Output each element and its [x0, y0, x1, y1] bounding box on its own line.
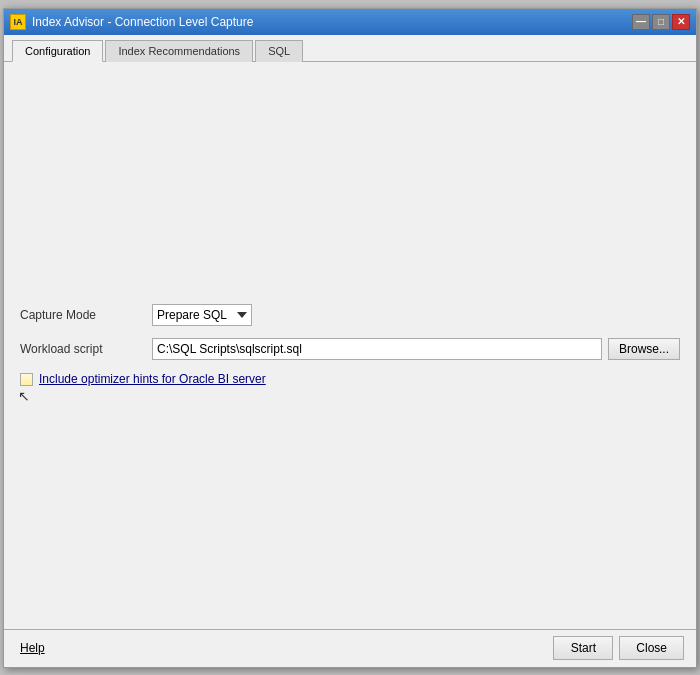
tab-sql[interactable]: SQL — [255, 40, 303, 62]
workload-script-control-group: Browse... — [152, 338, 680, 360]
workload-script-row: Workload script Browse... — [20, 338, 680, 360]
close-button[interactable]: Close — [619, 636, 684, 660]
main-window: IA Index Advisor - Connection Level Capt… — [3, 8, 697, 668]
tab-configuration[interactable]: Configuration — [12, 40, 103, 62]
optimizer-hints-label[interactable]: Include optimizer hints for Oracle BI se… — [39, 372, 266, 386]
window-title: Index Advisor - Connection Level Capture — [32, 15, 253, 29]
title-bar-left: IA Index Advisor - Connection Level Capt… — [10, 14, 253, 30]
capture-mode-control-group: Prepare SQL Execute SQL Parse SQL — [152, 304, 680, 326]
bottom-spacer — [20, 398, 680, 613]
tab-bar: Configuration Index Recommendations SQL — [4, 35, 696, 62]
workload-script-label: Workload script — [20, 342, 140, 356]
bottom-bar: Help Start Close — [4, 629, 696, 667]
top-spacer — [20, 78, 680, 293]
help-button[interactable]: Help — [16, 641, 49, 655]
capture-mode-row: Capture Mode Prepare SQL Execute SQL Par… — [20, 304, 680, 326]
window-icon: IA — [10, 14, 26, 30]
minimize-button[interactable]: — — [632, 14, 650, 30]
window-close-button[interactable]: ✕ — [672, 14, 690, 30]
title-bar: IA Index Advisor - Connection Level Capt… — [4, 9, 696, 35]
capture-mode-select[interactable]: Prepare SQL Execute SQL Parse SQL — [152, 304, 252, 326]
bottom-right-buttons: Start Close — [553, 636, 684, 660]
optimizer-hints-checkbox[interactable] — [20, 373, 33, 386]
maximize-button[interactable]: □ — [652, 14, 670, 30]
optimizer-hints-row: Include optimizer hints for Oracle BI se… — [20, 372, 680, 386]
workload-script-input[interactable] — [152, 338, 602, 360]
browse-button[interactable]: Browse... — [608, 338, 680, 360]
title-bar-controls: — □ ✕ — [632, 14, 690, 30]
capture-mode-label: Capture Mode — [20, 308, 140, 322]
tab-index-recommendations[interactable]: Index Recommendations — [105, 40, 253, 62]
start-button[interactable]: Start — [553, 636, 613, 660]
content-area: Capture Mode Prepare SQL Execute SQL Par… — [4, 62, 696, 629]
